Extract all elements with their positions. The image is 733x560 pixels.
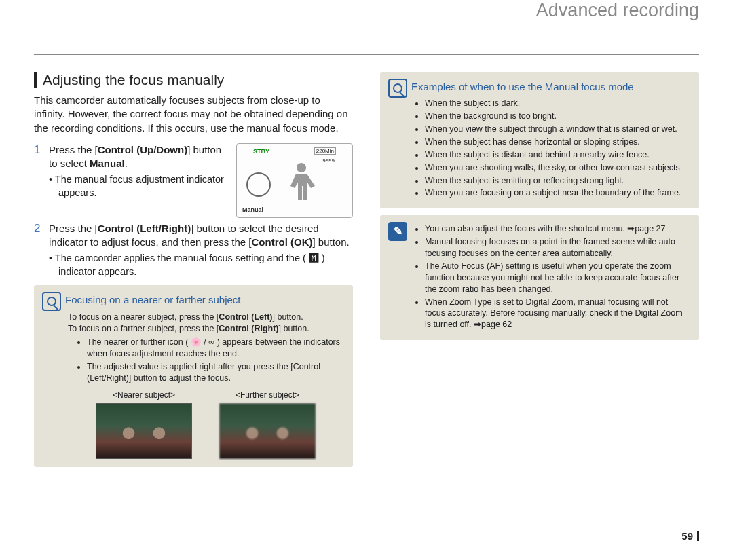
step-number: 2	[34, 222, 43, 279]
section-intro: This camcorder automatically focuses sub…	[34, 94, 353, 135]
lcd-time-remaining: 220Min	[314, 147, 336, 155]
list-item: When you are focusing on a subject near …	[425, 187, 690, 199]
step-bold: Control (Left/Right)	[98, 223, 191, 234]
list-item: When the background is too bright.	[425, 111, 690, 122]
list-item: When you view the subject through a wind…	[425, 124, 690, 135]
thumb-nearer: <Nearer subject>	[96, 390, 192, 459]
header-rule	[34, 54, 699, 55]
info-box-title: Examples of when to use the Manual focus…	[411, 80, 690, 94]
camcorder-lcd-preview: STBY 220Min 9999 Manual	[236, 143, 353, 218]
lcd-mode-label: Manual	[242, 206, 263, 213]
list-item: The Auto Focus (AF) setting is useful wh…	[425, 261, 690, 295]
list-item: When you are shooting walls, the sky, or…	[425, 162, 690, 174]
thumb-label: <Further subject>	[219, 390, 316, 400]
list-item: You can also adjust the focus with the s…	[425, 223, 690, 235]
list-item: The adjusted value is applied right afte…	[87, 361, 343, 384]
step-sub: The camcorder applies the manual focus s…	[49, 252, 353, 278]
info-box-focusing: Focusing on a nearer or farther subject …	[34, 285, 353, 467]
list-item: Manual focusing focuses on a point in th…	[425, 236, 690, 259]
list-item: The nearer or further icon ( 🌸 / ∞ ) app…	[87, 337, 343, 360]
lcd-stby-label: STBY	[253, 148, 269, 155]
magnify-icon	[42, 292, 61, 311]
page-header-title: Advanced recording	[529, 0, 699, 21]
lcd-control-dial-icon	[246, 172, 271, 197]
lcd-subject-silhouette	[278, 157, 325, 205]
list-item: When the subject is dark.	[425, 98, 690, 109]
step-2: 2 Press the [Control (Left/Right)] butto…	[34, 222, 353, 279]
step-number: 1	[34, 143, 43, 200]
step-bold: Control (Up/Down)	[98, 144, 187, 155]
section-title: Adjusting the focus manually	[34, 72, 353, 88]
thumb-image-further	[219, 403, 316, 459]
step-text: Press the [	[49, 144, 98, 155]
note-icon	[388, 222, 407, 241]
thumb-label: <Nearer subject>	[96, 390, 192, 400]
magnify-icon	[388, 79, 407, 98]
step-sub: The manual focus adjustment indicator ap…	[49, 173, 229, 200]
list-item: When the subject is emitting or reflecti…	[425, 175, 690, 187]
list-item: When the subject is distant and behind a…	[425, 149, 690, 161]
step-1: 1 Press the [Control (Up/Down)] button t…	[34, 143, 229, 200]
info-box-notes: You can also adjust the focus with the s…	[380, 215, 699, 340]
info-box-examples: Examples of when to use the Manual focus…	[380, 72, 699, 208]
info-box-title: Focusing on a nearer or farther subject	[65, 293, 343, 307]
list-item: When Zoom Type is set to Digital Zoom, m…	[425, 297, 690, 331]
page-number: 59	[681, 531, 699, 541]
thumb-further: <Further subject>	[219, 390, 316, 459]
step-text: Press the [	[49, 223, 98, 234]
list-item: When the subject has dense horizontal or…	[425, 136, 690, 148]
thumb-image-nearer	[96, 403, 192, 459]
